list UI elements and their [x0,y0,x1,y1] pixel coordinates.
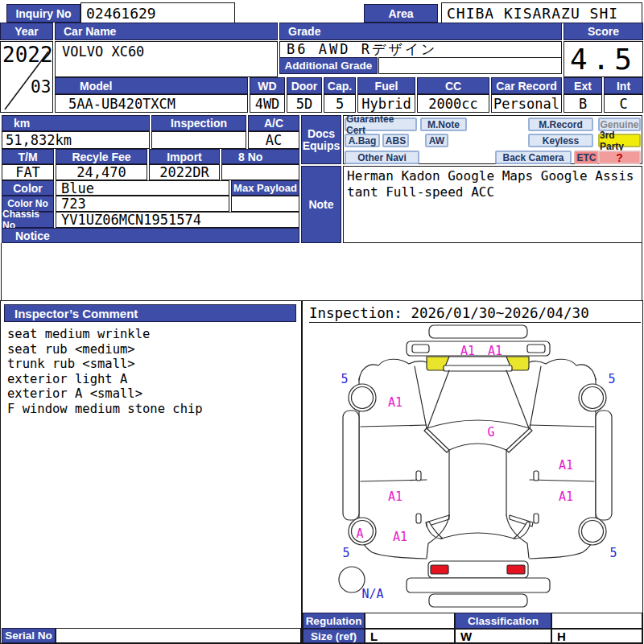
damage-mark: A [356,526,363,541]
inquiry-no-label-text: Inquiry No [15,7,71,20]
comment-line: exterior A <small> [7,386,297,402]
tire-depth-mark: 5 [341,372,348,386]
comment-line: seat medium wrinkle [7,327,297,342]
red-mark-left [431,565,448,574]
inquiry-no-label: Inquiry No [6,4,80,23]
additional-grade-value [378,57,562,74]
serial-no-header: Serial No [2,628,56,643]
year-value: 2022 [2,43,53,67]
import-value: 2022DR [149,164,220,180]
damage-mark: G [487,425,494,440]
fuel-value: Hybrid [357,94,415,113]
regulation-value [365,613,455,629]
recycle-fee-value: 24,470 [56,164,147,180]
ac-header: A/C [248,115,299,131]
recycle-fee-header: Recyle Fee [56,149,147,164]
model-value: 5AA-UB420TXCM [55,94,248,113]
spare-tire-mark: N/A [361,587,383,601]
tire-depth-mark: 5 [609,546,617,560]
ext-value: B [564,94,602,113]
car-name-value: VOLVO XC60 [55,41,278,77]
tm-value: FAT [2,164,54,180]
area-value: CHIBA KISARAZU SHI [441,2,642,23]
spare-tire [339,567,365,592]
regulation-header: Regulation [303,613,365,629]
size-width-cell: W [455,629,551,643]
badge-a-bag: A.Bag [345,134,380,147]
wd-value: 4WD [250,94,285,113]
cap-header: Cap. [324,77,356,94]
cap-value: 5 [324,94,356,113]
fuel-header: Fuel [357,77,415,94]
front-bumper-shape [429,594,527,607]
badge-m-record: M.Record [528,118,593,131]
int-header: Int [604,77,643,94]
badge-keyless: Keyless [528,134,593,147]
size-length-cell: L [365,629,455,643]
odometer-inspection-header: Inspection [151,115,246,131]
badge-abs: ABS [382,134,409,147]
note-header: Note [301,166,341,243]
classification-value [551,613,642,629]
model-header: Model [55,77,248,94]
equips-label-text: Equips [303,140,341,152]
comment-line: seat rub <medium> [7,342,297,357]
score-header: Score [564,23,643,40]
badge-etc: ETC [574,151,599,164]
damage-mark: A1 [559,458,573,473]
tire-depth-mark: 5 [342,546,349,560]
note-area: Herman Kadon Google Maps Google Assistan… [343,166,642,243]
eight-no-header: 8 No [221,149,299,164]
inquiry-no-value: 02461629 [80,2,235,23]
additional-grade-label: Additional Grade [279,57,378,74]
cc-header: CC [417,77,489,94]
note-text: Herman Kadon Google Maps Google Assistan… [344,167,642,200]
area-label: Area [364,4,438,23]
badge-aw: AW [425,134,448,147]
color-header: Color [2,180,54,196]
car-record-value: Personal [491,94,562,113]
inspectors-comment-list: seat medium wrinkle seat rub <medium> tr… [7,327,297,416]
damage-mark: A1 [388,395,402,410]
left-sill-shape [343,411,359,520]
km-header: km [2,115,150,131]
color-no-value: 723 [56,196,229,212]
badge-guarantee-cert: Guarantee Cert [345,118,417,131]
size-height-cell: H [551,629,642,643]
right-sill-shape [596,411,612,520]
auction-sheet: Inquiry No 02461629 Area CHIBA KISARAZU … [0,0,644,644]
badge-back-camera: Back Camera [495,151,572,164]
comment-line: trunk rub <small> [7,357,297,372]
badge-other-navi: Other Navi [345,151,419,164]
tm-header: T/M [2,149,54,164]
grade-value: B6 AWD Rデザイン [279,41,562,57]
car-name-header: Car Name [55,23,278,40]
score-value: 4.5 [564,41,643,77]
chassis-no-header: Chassis No [2,212,54,228]
grade-header: Grade [279,23,562,40]
red-mark-right [507,565,525,574]
year-header: Year [0,23,53,40]
door-header: Door [287,77,322,94]
cc-value: 2000cc [417,94,489,113]
rear-bumper-shape [429,325,527,338]
car-damage-diagram: A1 A1 A1 G A1 A1 A1 A A1 5 5 5 5 N/A [299,324,643,612]
empty-strip [1,243,642,300]
front-panel-shape [407,578,550,592]
month-value: 03 [31,77,51,97]
damage-mark: A1 [488,344,502,358]
inspectors-comment-header: Inspector’s Comment [4,304,296,322]
int-value: C [604,94,643,113]
docs-label-text: Docs [308,128,335,140]
serial-no-value [56,628,301,643]
docs-equips-header: Docs Equips [301,115,341,164]
wd-header: WD [250,77,285,94]
damage-mark: A1 [559,489,573,504]
classification-header: Classification [455,613,551,629]
size-ref-header: Size (ref) [303,629,365,643]
year-value-cell: 2022 03 [0,41,53,113]
tire-depth-mark: 5 [608,372,615,386]
odometer-inspection-value [151,131,246,149]
color-value: Blue [56,180,229,196]
damage-mark: A1 [388,489,402,504]
